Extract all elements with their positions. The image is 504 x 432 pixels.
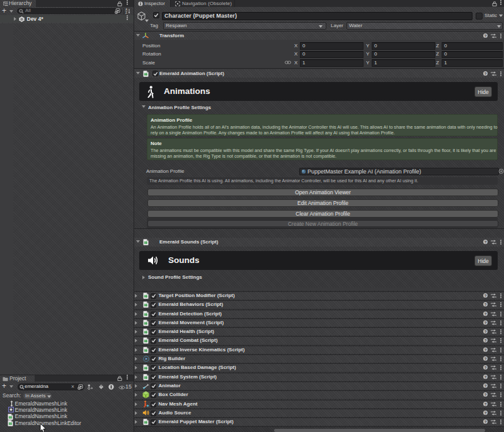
svg-text:Z: Z xyxy=(125,11,127,14)
